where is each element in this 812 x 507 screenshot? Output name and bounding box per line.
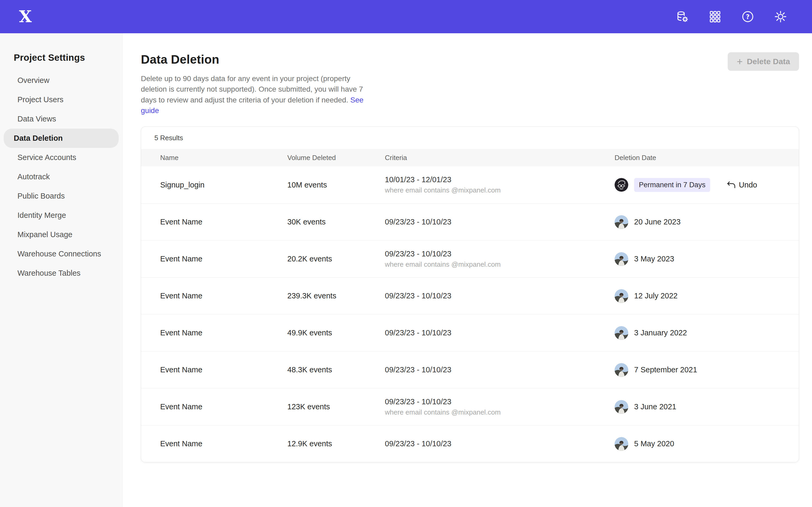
sidebar-item-public-boards[interactable]: Public Boards xyxy=(4,186,119,206)
volume-deleted-cell: 239.3K events xyxy=(287,291,385,300)
user-avatar xyxy=(615,437,628,451)
deletion-date-label: 3 May 2023 xyxy=(634,255,674,263)
volume-deleted-cell: 48.3K events xyxy=(287,365,385,374)
deletion-date-label: 5 May 2020 xyxy=(634,439,674,448)
page-description-text: Delete up to 90 days data for any event … xyxy=(141,74,363,104)
user-avatar xyxy=(615,363,628,377)
criteria-where-clause: where email contains @mixpanel.com xyxy=(385,186,615,194)
sidebar-item-warehouse-connections[interactable]: Warehouse Connections xyxy=(4,244,119,264)
table-row: Event Name 30K events 09/23/23 - 10/10/2… xyxy=(141,203,799,240)
topbar: X ? xyxy=(0,0,812,33)
deletion-date-cell: 3 May 2023 xyxy=(615,252,799,266)
page-head-text: Data Deletion Delete up to 90 days data … xyxy=(141,52,373,116)
sidebar-title: Project Settings xyxy=(0,52,122,63)
criteria-where-clause: where email contains @mixpanel.com xyxy=(385,408,615,416)
criteria-date-range: 09/23/23 - 10/10/23 xyxy=(385,291,615,300)
mixpanel-logo[interactable]: X xyxy=(19,8,32,25)
criteria-cell: 09/23/23 - 10/10/23 xyxy=(385,218,615,226)
undo-icon xyxy=(727,181,735,188)
table-row: Signup_login 10M events 10/01/23 - 12/01… xyxy=(141,166,799,203)
criteria-cell: 09/23/23 - 10/10/23 xyxy=(385,329,615,337)
table-row: Event Name 20.2K events 09/23/23 - 10/10… xyxy=(141,240,799,277)
sidebar-item-autotrack[interactable]: Autotrack xyxy=(4,167,119,186)
deletion-date-cell: Permanent in 7 Days Undo xyxy=(615,178,799,192)
criteria-date-range: 09/23/23 - 10/10/23 xyxy=(385,249,615,258)
criteria-cell: 09/23/23 - 10/10/23 where email contains… xyxy=(385,397,615,416)
table-row: Event Name 48.3K events 09/23/23 - 10/10… xyxy=(141,351,799,388)
sidebar-item-overview[interactable]: Overview xyxy=(4,71,119,90)
sidebar-item-data-views[interactable]: Data Views xyxy=(4,109,119,129)
volume-deleted-cell: 49.9K events xyxy=(287,329,385,337)
mixpanel-app: X ? Project Settings Overview Project Us… xyxy=(0,0,812,507)
delete-data-button[interactable]: + Delete Data xyxy=(728,52,799,71)
user-avatar xyxy=(615,400,628,414)
results-count: 5 Results xyxy=(141,127,799,149)
criteria-date-range: 09/23/23 - 10/10/23 xyxy=(385,329,615,337)
sidebar-item-data-deletion[interactable]: Data Deletion xyxy=(4,129,119,148)
deletion-date-cell: 3 June 2021 xyxy=(615,400,799,414)
user-avatar xyxy=(615,178,628,192)
svg-text:?: ? xyxy=(746,13,750,20)
criteria-cell: 10/01/23 - 12/01/23 where email contains… xyxy=(385,175,615,194)
topbar-icons: ? xyxy=(676,10,787,23)
sidebar-item-mixpanel-usage[interactable]: Mixpanel Usage xyxy=(4,225,119,244)
deletion-date-label: 12 July 2022 xyxy=(634,291,677,300)
table-row: Event Name 12.9K events 09/23/23 - 10/10… xyxy=(141,425,799,462)
volume-deleted-cell: 10M events xyxy=(287,181,385,189)
deletion-date-cell: 12 July 2022 xyxy=(615,289,799,303)
deletion-date-label: 20 June 2023 xyxy=(634,218,680,226)
volume-deleted-cell: 30K events xyxy=(287,218,385,226)
criteria-cell: 09/23/23 - 10/10/23 xyxy=(385,291,615,300)
event-name-cell: Event Name xyxy=(160,402,287,411)
event-name-cell: Event Name xyxy=(160,439,287,448)
deletion-date-cell: 3 January 2022 xyxy=(615,326,799,340)
column-header-name: Name xyxy=(160,154,287,162)
criteria-cell: 09/23/23 - 10/10/23 xyxy=(385,365,615,374)
column-header-criteria: Criteria xyxy=(385,154,615,162)
deletion-date-cell: 7 September 2021 xyxy=(615,363,799,377)
help-icon[interactable]: ? xyxy=(741,10,754,23)
criteria-date-range: 10/01/23 - 12/01/23 xyxy=(385,175,615,184)
criteria-cell: 09/23/23 - 10/10/23 where email contains… xyxy=(385,249,615,269)
user-avatar xyxy=(615,326,628,340)
volume-deleted-cell: 12.9K events xyxy=(287,439,385,448)
app-shell: Project Settings Overview Project Users … xyxy=(0,33,812,507)
table-row: Event Name 123K events 09/23/23 - 10/10/… xyxy=(141,388,799,425)
event-name-cell: Event Name xyxy=(160,365,287,374)
main-content: Data Deletion Delete up to 90 days data … xyxy=(123,33,812,507)
undo-button-label: Undo xyxy=(739,181,757,189)
event-name-cell: Event Name xyxy=(160,218,287,226)
deletion-date-label: 3 January 2022 xyxy=(634,329,687,337)
page-description: Delete up to 90 days data for any event … xyxy=(141,73,373,116)
undo-button[interactable]: Undo xyxy=(727,181,757,189)
table-row: Event Name 239.3K events 09/23/23 - 10/1… xyxy=(141,277,799,314)
column-header-volume-deleted: Volume Deleted xyxy=(287,154,385,162)
sidebar-item-service-accounts[interactable]: Service Accounts xyxy=(4,148,119,167)
sidebar-nav: Overview Project Users Data Views Data D… xyxy=(0,71,122,283)
page-title: Data Deletion xyxy=(141,52,373,66)
criteria-date-range: 09/23/23 - 10/10/23 xyxy=(385,365,615,374)
volume-deleted-cell: 20.2K events xyxy=(287,255,385,263)
event-name-cell: Signup_login xyxy=(160,181,287,189)
criteria-cell: 09/23/23 - 10/10/23 xyxy=(385,439,615,448)
event-name-cell: Event Name xyxy=(160,329,287,337)
criteria-date-range: 09/23/23 - 10/10/23 xyxy=(385,397,615,406)
event-name-cell: Event Name xyxy=(160,255,287,263)
deletion-date-label: 3 June 2021 xyxy=(634,402,676,411)
sidebar-item-identity-merge[interactable]: Identity Merge xyxy=(4,206,119,225)
event-name-cell: Event Name xyxy=(160,291,287,300)
deletion-date-cell: 20 June 2023 xyxy=(615,215,799,229)
table-body: Signup_login 10M events 10/01/23 - 12/01… xyxy=(141,166,799,462)
criteria-date-range: 09/23/23 - 10/10/23 xyxy=(385,218,615,226)
sidebar-item-project-users[interactable]: Project Users xyxy=(4,90,119,109)
deletion-date-cell: 5 May 2020 xyxy=(615,437,799,451)
delete-data-button-label: Delete Data xyxy=(747,57,790,66)
apps-grid-icon[interactable] xyxy=(708,10,722,23)
data-management-icon[interactable] xyxy=(676,10,689,23)
user-avatar xyxy=(615,252,628,266)
table-row: Event Name 49.9K events 09/23/23 - 10/10… xyxy=(141,314,799,351)
page-head: Data Deletion Delete up to 90 days data … xyxy=(141,52,799,116)
deletion-date-label: 7 September 2021 xyxy=(634,365,697,374)
sidebar-item-warehouse-tables[interactable]: Warehouse Tables xyxy=(4,264,119,283)
settings-icon[interactable] xyxy=(774,10,787,23)
